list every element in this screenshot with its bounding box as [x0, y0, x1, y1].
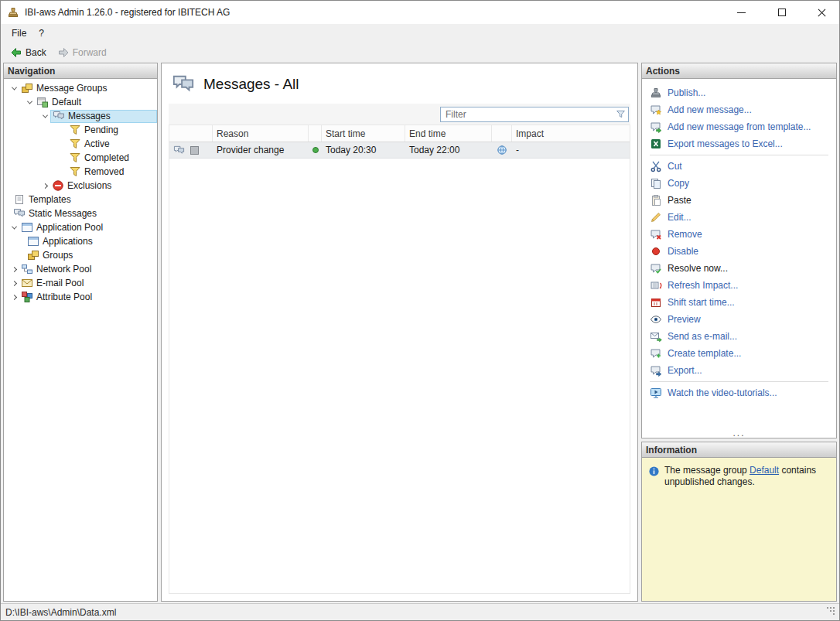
impact-cell: - [512, 142, 630, 158]
list-toolbar [169, 104, 630, 125]
application-window-icon [21, 221, 33, 234]
column-header-end-time[interactable]: End time [405, 125, 492, 142]
tree-item-email-pool[interactable]: E-mail Pool [4, 276, 157, 290]
tree-item-attribute-pool[interactable]: Attribute Pool [4, 290, 157, 304]
action-label: Publish... [668, 87, 705, 98]
chevron-right-icon[interactable] [39, 180, 50, 191]
chevron-down-icon[interactable] [9, 222, 19, 233]
chevron-right-icon[interactable] [9, 264, 19, 275]
static-messages-icon [13, 207, 26, 220]
actions-panel: Actions Publish... [641, 63, 837, 438]
message-list: Reason Start time End time Impact Provid… [169, 104, 630, 594]
tree-label: Message Groups [36, 83, 107, 94]
main-header: Messages - All [162, 63, 637, 102]
chevron-down-icon[interactable] [24, 97, 35, 107]
default-group-link[interactable]: Default [750, 465, 779, 476]
minimize-button[interactable] [724, 1, 759, 24]
back-button[interactable]: Back [7, 46, 50, 60]
action-resolve-now[interactable]: Resolve now... [642, 260, 836, 277]
chevron-right-icon[interactable] [9, 278, 19, 288]
attribute-icon [21, 291, 33, 303]
column-header-status[interactable] [309, 125, 322, 142]
chevron-down-icon[interactable] [9, 83, 19, 94]
menu-file[interactable]: File [7, 26, 34, 42]
tree-item-removed[interactable]: Removed [4, 165, 157, 179]
actions-overflow-indicator[interactable]: ... [732, 430, 745, 438]
action-export[interactable]: Export... [642, 362, 836, 379]
page-title: Messages - All [203, 76, 299, 93]
action-publish[interactable]: Publish... [642, 84, 836, 101]
filter-input[interactable] [440, 107, 629, 122]
column-header-start-time[interactable]: Start time [322, 125, 405, 142]
message-groups-icon [21, 82, 33, 94]
tree-label: Network Pool [36, 264, 91, 275]
action-label: Send as e-mail... [668, 331, 737, 342]
data-file-path: D:\IBI-aws\Admin\Data.xml [5, 607, 116, 618]
tree-item-templates[interactable]: Templates [4, 193, 157, 206]
action-label: Preview [668, 314, 701, 325]
navigation-panel: Navigation Message Groups Default [3, 63, 158, 602]
close-button[interactable] [804, 1, 839, 24]
tree-item-default[interactable]: Default [4, 95, 157, 109]
shift-start-time-icon [650, 296, 662, 309]
tree-label: Completed [84, 152, 129, 163]
end-time-cell: Today 22:00 [405, 142, 492, 158]
tree-item-active[interactable]: Active [4, 137, 157, 151]
chevron-right-icon[interactable] [9, 292, 19, 302]
action-label: Add new message... [668, 104, 752, 115]
video-tutorials-icon [650, 387, 662, 399]
app-icon [7, 6, 19, 19]
action-remove[interactable]: Remove [642, 226, 836, 243]
action-label: Export messages to Excel... [668, 138, 783, 149]
action-watch-video-tutorials[interactable]: Watch the video-tutorials... [642, 384, 836, 401]
action-export-messages-to-excel[interactable]: Export messages to Excel... [642, 135, 836, 152]
tree-item-applications[interactable]: Applications [4, 234, 157, 248]
chevron-down-icon[interactable] [39, 111, 50, 121]
action-refresh-impact[interactable]: Refresh Impact... [642, 277, 836, 294]
maximize-button[interactable] [764, 1, 799, 24]
main-panel: Messages - All Reason [161, 63, 638, 602]
menu-help[interactable]: ? [34, 26, 52, 42]
action-add-new-message-from-template[interactable]: Add new message from template... [642, 118, 836, 135]
action-preview[interactable]: Preview [642, 311, 836, 328]
action-copy[interactable]: Copy [642, 175, 836, 192]
tree-item-groups[interactable]: Groups [4, 248, 157, 262]
filter-funnel-icon[interactable] [616, 109, 626, 119]
info-icon [648, 466, 660, 477]
tree-item-exclusions[interactable]: Exclusions [4, 179, 157, 193]
column-header-icons[interactable] [169, 125, 213, 142]
tree-item-application-pool[interactable]: Application Pool [4, 220, 157, 234]
column-header-impact[interactable]: Impact [512, 125, 630, 142]
tree-item-messages[interactable]: Messages [4, 109, 157, 123]
action-label: Shift start time... [668, 297, 735, 308]
table-header-row: Reason Start time End time Impact [169, 125, 630, 142]
column-header-impact-icon[interactable] [492, 125, 512, 142]
action-edit[interactable]: Edit... [642, 209, 836, 226]
filter-funnel-icon [69, 124, 81, 136]
tree-item-completed[interactable]: Completed [4, 151, 157, 165]
window-title: IBI-aws Admin 1.26.0 - registered for IB… [25, 7, 230, 18]
resize-grip[interactable] [827, 607, 828, 609]
column-header-reason[interactable]: Reason [213, 125, 309, 142]
action-create-template[interactable]: Create template... [642, 345, 836, 362]
action-label: Remove [668, 229, 702, 240]
action-label: Export... [668, 365, 702, 376]
tree-item-pending[interactable]: Pending [4, 123, 157, 137]
tree-item-static-messages[interactable]: Static Messages [4, 206, 157, 220]
action-disable[interactable]: Disable [642, 243, 836, 260]
tree-item-message-groups[interactable]: Message Groups [4, 81, 157, 95]
filter-funnel-icon [69, 152, 81, 164]
publish-icon [650, 87, 662, 99]
action-cut[interactable]: Cut [642, 158, 836, 175]
tree-item-network-pool[interactable]: Network Pool [4, 262, 157, 276]
action-send-as-email[interactable]: Send as e-mail... [642, 328, 836, 345]
table-row[interactable]: Provider change Today 20:30 Today 22:00 … [169, 142, 630, 159]
no-entry-icon [52, 179, 64, 192]
forward-button[interactable]: Forward [54, 46, 110, 60]
action-label: Add new message from template... [668, 121, 811, 132]
action-paste[interactable]: Paste [642, 192, 836, 209]
action-add-new-message[interactable]: Add new message... [642, 101, 836, 118]
action-label: Copy [668, 178, 689, 189]
active-status-icon [312, 147, 319, 153]
action-shift-start-time[interactable]: Shift start time... [642, 294, 836, 311]
